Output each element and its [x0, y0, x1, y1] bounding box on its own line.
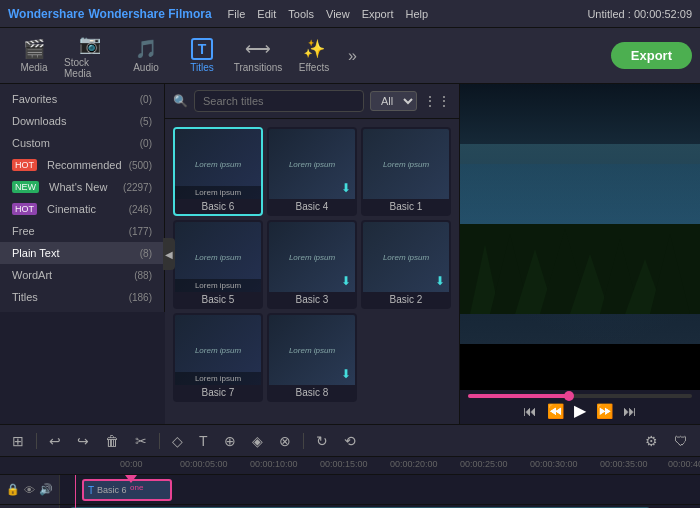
mark-2: 00:00:10:00 [250, 459, 298, 469]
mark-0: 00:00 [120, 459, 143, 469]
progress-thumb [564, 391, 574, 401]
track-2-content: T Basic 6 one [60, 475, 700, 504]
tool-media[interactable]: 🎬 Media [8, 32, 60, 80]
whats-new-label: What's New [49, 181, 107, 193]
tool-audio[interactable]: 🎵 Audio [120, 32, 172, 80]
downloads-count: (5) [140, 116, 152, 127]
card-label-basic2: Basic 2 [363, 292, 449, 307]
sidebar-item-downloads[interactable]: Downloads (5) [0, 110, 164, 132]
timeline-toolbar: ⊞ ↩ ↪ 🗑 ✂ ◇ T ⊕ ◈ ⊗ ↻ ⟲ ⚙ 🛡 [0, 425, 700, 457]
title-card-basic4[interactable]: Lorem ipsum ⬇ Basic 4 [267, 127, 357, 216]
title-card-basic3[interactable]: Lorem ipsum ⬇ Basic 3 [267, 220, 357, 309]
card-overlay-4: Lorem ipsum [175, 279, 261, 292]
sidebar-item-titles[interactable]: Titles (186) [0, 286, 164, 308]
loop-btn[interactable]: ↻ [312, 431, 332, 451]
keyframe-btn[interactable]: ◈ [248, 431, 267, 451]
play-btn[interactable]: ▶ [574, 401, 586, 420]
thumb-text-8: Lorem ipsum [289, 346, 335, 355]
separator-3 [303, 433, 304, 449]
progress-bar[interactable] [468, 394, 692, 398]
menu-edit[interactable]: Edit [257, 8, 276, 20]
title-card-basic6[interactable]: Lorem ipsum Lorem ipsum Basic 6 [173, 127, 263, 216]
thumb-text-4: Lorem ipsum [195, 253, 241, 262]
marker-btn[interactable]: ◇ [168, 431, 187, 451]
sidebar-item-cinematic[interactable]: HOTCinematic (246) [0, 198, 164, 220]
sidebar-item-free[interactable]: Free (177) [0, 220, 164, 242]
sidebar-item-recommended[interactable]: HOTRecommended (500) [0, 154, 164, 176]
redo-btn[interactable]: ↪ [73, 431, 93, 451]
menu-file[interactable]: File [228, 8, 246, 20]
track-2-audio[interactable]: 🔊 [39, 483, 53, 496]
media-label: Media [20, 62, 47, 73]
title-card-basic8[interactable]: Lorem ipsum ⬇ Basic 8 [267, 313, 357, 402]
step-forward-btn[interactable]: ⏭ [623, 403, 637, 419]
track-2-eye[interactable]: 👁 [24, 484, 35, 496]
export-button[interactable]: Export [611, 42, 692, 69]
preview-panel: ⏮ ⏪ ▶ ⏩ ⏭ [460, 84, 700, 424]
transitions-label: Transitions [234, 62, 283, 73]
menu-view[interactable]: View [326, 8, 350, 20]
track-2-lock[interactable]: 🔒 [6, 483, 20, 496]
card-overlay-1: Lorem ipsum [175, 186, 261, 199]
sidebar-item-favorites[interactable]: Favorites (0) [0, 88, 164, 110]
speed-btn[interactable]: ⊕ [220, 431, 240, 451]
sidebar-collapse-btn[interactable]: ◀ [163, 238, 175, 270]
media-icon: 🎬 [23, 38, 45, 60]
sidebar-item-wordart[interactable]: WordArt (88) [0, 264, 164, 286]
title-card-basic5[interactable]: Lorem ipsum Lorem ipsum Basic 5 [173, 220, 263, 309]
card-label-basic1: Basic 1 [363, 199, 449, 214]
undo-btn[interactable]: ↩ [45, 431, 65, 451]
card-overlay-7: Lorem ipsum [175, 372, 261, 385]
title-card-basic2[interactable]: Lorem ipsum ⬇ Basic 2 [361, 220, 451, 309]
filter-dropdown[interactable]: All [370, 91, 417, 111]
sidebar-item-whats-new[interactable]: NEWWhat's New (2297) [0, 176, 164, 198]
audio-btn[interactable]: ⊗ [275, 431, 295, 451]
sidebar: Favorites (0) Downloads (5) Custom (0) H… [0, 84, 165, 312]
download-icon-5: ⬇ [341, 274, 351, 288]
effects-label: Effects [299, 62, 329, 73]
step-back-btn[interactable]: ⏮ [523, 403, 537, 419]
tool-transitions[interactable]: ⟷ Transitions [232, 32, 284, 80]
title-card-basic7[interactable]: Lorem ipsum Lorem ipsum Basic 7 [173, 313, 263, 402]
search-input[interactable] [194, 90, 364, 112]
grid-view-icon[interactable]: ⋮⋮ [423, 93, 451, 109]
tool-titles[interactable]: T Titles [176, 32, 228, 80]
text-btn[interactable]: T [195, 431, 212, 451]
audio-icon: 🎵 [135, 38, 157, 60]
separator-1 [36, 433, 37, 449]
delete-btn[interactable]: 🗑 [101, 431, 123, 451]
audio-label: Audio [133, 62, 159, 73]
sidebar-item-custom[interactable]: Custom (0) [0, 132, 164, 154]
new-badge: NEW [12, 181, 39, 193]
plain-text-count: (8) [140, 248, 152, 259]
sidebar-container: Favorites (0) Downloads (5) Custom (0) H… [0, 84, 165, 424]
card-label-basic4: Basic 4 [269, 199, 355, 214]
play-forward-btn[interactable]: ⏩ [596, 403, 613, 419]
menu-export[interactable]: Export [362, 8, 394, 20]
tool-effects[interactable]: ✨ Effects [288, 32, 340, 80]
play-back-btn[interactable]: ⏪ [547, 403, 564, 419]
return-btn[interactable]: ⟲ [340, 431, 360, 451]
shield-btn[interactable]: 🛡 [670, 431, 692, 451]
settings-btn[interactable]: ⚙ [641, 431, 662, 451]
menu-help[interactable]: Help [405, 8, 428, 20]
project-title: Untitled : 00:00:52:09 [587, 8, 692, 20]
expand-tools-btn[interactable]: » [348, 47, 357, 65]
main-content: Favorites (0) Downloads (5) Custom (0) H… [0, 84, 700, 424]
download-icon-6: ⬇ [435, 274, 445, 288]
topbar: Wondershare Wondershare Filmora File Edi… [0, 0, 700, 28]
card-label-basic5: Basic 5 [175, 292, 261, 307]
timeline: ⊞ ↩ ↪ 🗑 ✂ ◇ T ⊕ ◈ ⊗ ↻ ⟲ ⚙ 🛡 00:00 00:00:… [0, 424, 700, 508]
timeline-ruler: 00:00 00:00:05:00 00:00:10:00 00:00:15:0… [0, 457, 700, 475]
wordart-count: (88) [134, 270, 152, 281]
favorites-label: Favorites [12, 93, 57, 105]
grid-btn[interactable]: ⊞ [8, 431, 28, 451]
menu-tools[interactable]: Tools [288, 8, 314, 20]
title-card-basic1[interactable]: Lorem ipsum Basic 1 [361, 127, 451, 216]
titles-label: Titles [190, 62, 214, 73]
tool-stock-media[interactable]: 📷 Stock Media [64, 32, 116, 80]
titles-grid: Lorem ipsum Lorem ipsum Basic 6 Lorem ip… [165, 119, 459, 410]
cut-btn[interactable]: ✂ [131, 431, 151, 451]
wordart-label: WordArt [12, 269, 52, 281]
sidebar-item-plain-text[interactable]: Plain Text (8) [0, 242, 164, 264]
